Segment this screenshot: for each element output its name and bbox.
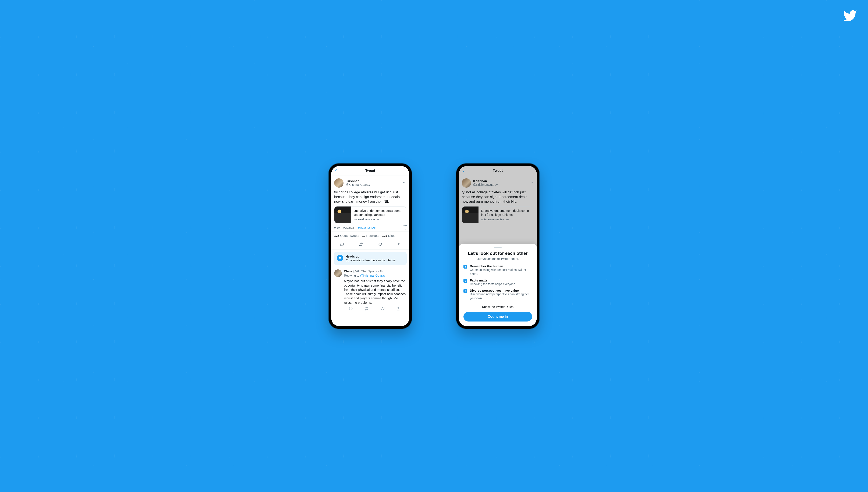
avatar[interactable]: [334, 178, 343, 188]
card-domain: notarealnewssite.com: [481, 218, 531, 221]
back-button[interactable]: [334, 166, 338, 176]
author-handle: @KrishnanGuarav: [473, 183, 498, 187]
more-icon[interactable]: ···: [403, 270, 406, 274]
reply-author-handle[interactable]: @All_The_Sportz: [353, 270, 377, 273]
replying-prefix: Replying to: [344, 274, 360, 277]
card-title: Lucrative endorsement deals come fast fo…: [481, 209, 531, 217]
number-badge: 1: [463, 265, 467, 269]
banner-desc: Conversations like this can be intense.: [346, 259, 396, 262]
retweets[interactable]: 19 Retweets: [362, 234, 379, 238]
number-badge: 3: [463, 289, 467, 293]
author-name: Krishnan: [473, 179, 498, 183]
author-handle[interactable]: @KrishnanGuarav: [346, 183, 370, 187]
value-desc: Discovering new perspectives can strengt…: [470, 292, 532, 300]
tweet-time: 9:20: [334, 226, 340, 229]
avatar[interactable]: [334, 269, 342, 277]
reply-icon[interactable]: [348, 306, 353, 312]
phone-left: Tweet Krishnan @KrishnanGuarav fyi not a…: [329, 164, 412, 329]
sheet-title: Let's look out for each other: [463, 251, 532, 256]
count-me-in-button[interactable]: Count me in: [463, 312, 532, 321]
link-card: Lucrative endorsement deals come fast fo…: [462, 206, 534, 223]
value-item: 1 Remember the human Communicating with …: [463, 264, 532, 276]
tweet-meta: 9:20 · 09/21/21 · Twitter for iOS: [334, 225, 406, 229]
retweet-icon[interactable]: [364, 306, 369, 312]
bell-icon: [337, 255, 343, 261]
banner-title: Heads up: [346, 255, 396, 258]
bottom-sheet: Let's look out for each other Our values…: [459, 244, 537, 326]
value-title: Facts matter: [470, 278, 516, 282]
tweet-date: 09/21/21: [343, 226, 354, 229]
rules-link-row: Know the Twitter Rules: [463, 305, 532, 309]
like-icon[interactable]: [378, 242, 382, 247]
author-name[interactable]: Krishnan: [346, 179, 370, 183]
share-icon[interactable]: [396, 242, 401, 247]
value-desc: Checking the facts helps everyone.: [470, 282, 516, 286]
link-card[interactable]: Lucrative endorsement deals come fast fo…: [334, 206, 406, 223]
reply-tweet[interactable]: ··· Cleve @All_The_Sportz · 1h Replying …: [331, 267, 409, 313]
avatar: [462, 178, 471, 188]
value-item: 3 Diverse perspectives have value Discov…: [463, 289, 532, 300]
navbar-title: Tweet: [493, 169, 503, 173]
back-button[interactable]: [461, 166, 465, 176]
card-thumbnail: [462, 206, 479, 223]
retweet-icon[interactable]: [359, 242, 363, 247]
screen-right: Tweet Krishnan @KrishnanGuarav fyi not a…: [459, 166, 537, 326]
navbar-title: Tweet: [365, 169, 375, 173]
replying-to[interactable]: @KrishnanGuarav: [360, 274, 386, 277]
likes[interactable]: 123 Likes: [382, 234, 395, 238]
sheet-subtitle: Our values make Twitter better.: [463, 257, 532, 261]
card-title: Lucrative endorsement deals come fast fo…: [354, 209, 404, 217]
number-badge: 2: [463, 279, 467, 283]
analytics-icon[interactable]: [402, 225, 406, 229]
reply-author-name[interactable]: Cleve: [344, 270, 352, 273]
tweet-source[interactable]: Twitter for iOS: [358, 226, 376, 229]
chevron-down-icon[interactable]: [402, 180, 406, 186]
reply-icon[interactable]: [340, 242, 344, 247]
card-domain: notarealnewssite.com: [354, 218, 404, 221]
heads-up-banner[interactable]: Heads up Conversations like this can be …: [334, 252, 407, 265]
value-item: 2 Facts matter Checking the facts helps …: [463, 278, 532, 286]
tweet-body: fyi not all college athletes will get ri…: [334, 190, 406, 204]
card-thumbnail: [334, 206, 351, 223]
drag-handle[interactable]: [494, 247, 502, 248]
navbar: Tweet: [331, 166, 409, 176]
like-icon[interactable]: [380, 306, 385, 312]
phone-right: Tweet Krishnan @KrishnanGuarav fyi not a…: [456, 164, 539, 329]
reply-age: 1h: [380, 270, 383, 273]
reply-actions: [343, 305, 406, 312]
tweet-actions: [331, 240, 409, 250]
rules-link[interactable]: Know the Twitter Rules: [482, 305, 513, 309]
chevron-down-icon: [530, 180, 534, 186]
value-desc: Communicating with respect makes Twitter…: [470, 268, 532, 276]
quote-tweets[interactable]: 125 Quote Tweets: [334, 234, 359, 238]
tweet-body: fyi not all college athletes will get ri…: [462, 190, 534, 204]
share-icon[interactable]: [396, 306, 401, 312]
tweet[interactable]: Krishnan @KrishnanGuarav fyi not all col…: [331, 176, 409, 232]
screen-left: Tweet Krishnan @KrishnanGuarav fyi not a…: [331, 166, 409, 326]
value-title: Remember the human: [470, 264, 532, 268]
value-title: Diverse perspectives have value: [470, 289, 532, 292]
engagement-counts: 125 Quote Tweets 19 Retweets 123 Likes: [331, 231, 409, 240]
reply-body: Maybe not, but at least they finally hav…: [344, 279, 406, 305]
